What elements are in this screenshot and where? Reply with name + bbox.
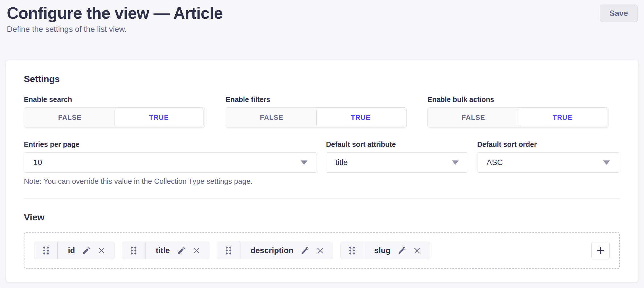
page-subtitle: Define the settings of the list view.	[7, 25, 638, 34]
field-chip-slug[interactable]: slug	[340, 242, 430, 259]
drag-handle-icon	[130, 246, 137, 255]
toggle-true-option[interactable]: TRUE	[316, 109, 406, 126]
enable-filters-group: Enable filters FALSE TRUE	[226, 95, 407, 128]
toggles-row: Enable search FALSE TRUE Enable filters …	[24, 95, 620, 128]
view-fields-dropzone: id title	[24, 232, 620, 269]
drag-handle[interactable]	[34, 242, 58, 259]
drag-handle-icon	[42, 246, 50, 255]
edit-field-button[interactable]	[82, 246, 91, 255]
plus-icon	[596, 246, 605, 255]
chevron-down-icon	[301, 160, 308, 165]
enable-bulk-actions-label: Enable bulk actions	[427, 95, 608, 103]
chip-body: title	[146, 242, 209, 259]
settings-card: Settings Enable search FALSE TRUE Enable…	[6, 60, 638, 282]
toggle-false-option[interactable]: FALSE	[429, 109, 518, 126]
enable-bulk-actions-toggle[interactable]: FALSE TRUE	[427, 107, 608, 128]
default-sort-attribute-label: Default sort attribute	[326, 140, 468, 148]
field-chip-label: slug	[374, 246, 391, 255]
pencil-icon	[300, 246, 309, 255]
entries-per-page-select[interactable]: 10	[24, 152, 317, 173]
selects-row: Entries per page 10 Note: You can overri…	[24, 140, 620, 185]
chip-body: id	[58, 242, 114, 259]
default-sort-order-value: ASC	[487, 158, 503, 167]
drag-handle[interactable]	[217, 242, 240, 259]
default-sort-order-label: Default sort order	[477, 140, 619, 148]
toggle-false-option[interactable]: FALSE	[227, 109, 316, 126]
drag-handle[interactable]	[122, 242, 146, 259]
add-field-button[interactable]	[591, 242, 610, 259]
drag-handle-icon	[348, 246, 356, 255]
enable-search-group: Enable search FALSE TRUE	[24, 95, 205, 128]
toggle-true-option[interactable]: TRUE	[115, 109, 204, 126]
enable-search-toggle[interactable]: FALSE TRUE	[24, 107, 205, 128]
enable-filters-toggle[interactable]: FALSE TRUE	[226, 107, 407, 128]
toggle-true-option[interactable]: TRUE	[518, 109, 607, 126]
default-sort-attribute-select[interactable]: title	[326, 152, 468, 173]
edit-field-button[interactable]	[300, 246, 309, 255]
chip-body: description	[240, 242, 333, 259]
toggle-false-option[interactable]: FALSE	[25, 109, 115, 126]
close-icon	[316, 247, 324, 255]
edit-field-button[interactable]	[397, 246, 406, 255]
field-chip-label: title	[156, 246, 170, 255]
entries-per-page-note: Note: You can override this value in the…	[24, 177, 317, 185]
field-chip-description[interactable]: description	[217, 242, 333, 259]
remove-field-button[interactable]	[413, 247, 421, 255]
chevron-down-icon	[603, 160, 610, 165]
default-sort-order-select[interactable]: ASC	[477, 152, 619, 173]
view-section-heading: View	[24, 212, 620, 222]
close-icon	[192, 247, 201, 255]
pencil-icon	[177, 246, 186, 255]
drag-handle[interactable]	[341, 242, 364, 259]
default-sort-order-group: Default sort order ASC	[477, 140, 619, 185]
entries-per-page-label: Entries per page	[24, 140, 317, 148]
pencil-icon	[397, 246, 406, 255]
field-chip-id[interactable]: id	[34, 242, 115, 259]
chevron-down-icon	[452, 160, 459, 165]
chip-body: slug	[364, 242, 430, 259]
drag-handle-icon	[225, 246, 232, 255]
field-chip-title[interactable]: title	[122, 242, 209, 259]
section-divider	[24, 198, 620, 199]
remove-field-button[interactable]	[192, 247, 201, 255]
entries-per-page-value: 10	[33, 158, 42, 167]
pencil-icon	[82, 246, 91, 255]
entries-per-page-group: Entries per page 10 Note: You can overri…	[24, 140, 317, 185]
field-chip-label: id	[68, 246, 75, 255]
field-chip-label: description	[251, 246, 294, 255]
default-sort-attribute-group: Default sort attribute title	[326, 140, 468, 185]
page-header: Configure the view — Article Define the …	[0, 0, 644, 33]
remove-field-button[interactable]	[97, 247, 106, 255]
edit-field-button[interactable]	[177, 246, 186, 255]
enable-search-label: Enable search	[24, 95, 205, 103]
page-title: Configure the view — Article	[7, 5, 638, 22]
close-icon	[97, 247, 106, 255]
default-sort-attribute-value: title	[335, 158, 348, 167]
close-icon	[413, 247, 421, 255]
settings-section-heading: Settings	[24, 74, 620, 84]
enable-bulk-actions-group: Enable bulk actions FALSE TRUE	[427, 95, 608, 128]
enable-filters-label: Enable filters	[226, 95, 407, 103]
remove-field-button[interactable]	[316, 247, 324, 255]
save-button[interactable]: Save	[600, 5, 638, 22]
